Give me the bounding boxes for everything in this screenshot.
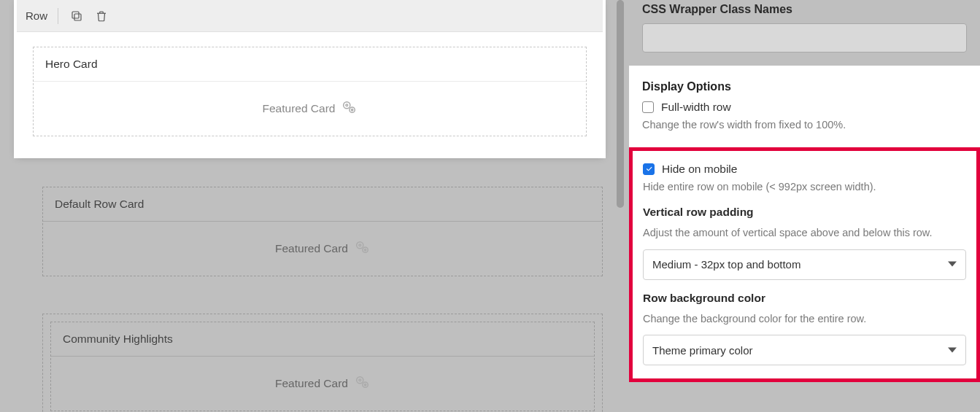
display-options-label: Display Options <box>642 80 967 93</box>
hide-mobile-help: Hide entire row on mobile (< 992px scree… <box>643 180 966 195</box>
css-wrapper-label: CSS Wrapper Class Names <box>642 3 967 16</box>
card-title: Community Highlights <box>51 322 594 357</box>
card-slot[interactable]: Featured Card <box>43 222 602 276</box>
checkbox-checked-icon[interactable] <box>643 163 655 175</box>
row-community-inner: Community Highlights Featured Card <box>50 322 595 411</box>
caret-down-icon <box>948 344 957 357</box>
bg-color-block: Row background color Change the backgrou… <box>643 292 966 366</box>
bg-color-label: Row background color <box>643 292 966 305</box>
svg-point-13 <box>364 384 366 386</box>
card-slot[interactable]: Featured Card <box>51 357 594 411</box>
vertical-padding-value: Medium - 32px top and bottom <box>652 258 800 271</box>
card-title: Default Row Card <box>43 187 602 222</box>
svg-point-8 <box>363 247 368 252</box>
slot-label: Featured Card <box>263 102 336 115</box>
row-selected[interactable]: Row Hero Card Featured Card <box>17 0 603 155</box>
card-slot[interactable]: Featured Card <box>34 82 586 136</box>
svg-point-9 <box>364 249 366 251</box>
vertical-padding-block: Vertical row padding Adjust the amount o… <box>643 206 966 280</box>
full-width-option[interactable]: Full-width row <box>642 101 967 114</box>
svg-point-6 <box>357 242 363 249</box>
hide-mobile-option[interactable]: Hide on mobile <box>643 163 966 176</box>
vertical-padding-help: Adjust the amount of vertical space abov… <box>643 226 966 241</box>
hide-mobile-label: Hide on mobile <box>662 163 737 176</box>
card-title: Hero Card <box>34 47 586 82</box>
gears-icon <box>341 99 357 118</box>
slot-label: Featured Card <box>275 242 348 255</box>
svg-point-4 <box>350 107 355 112</box>
row-body: Hero Card Featured Card <box>17 32 603 155</box>
bg-color-value: Theme primary color <box>652 344 753 357</box>
svg-point-11 <box>359 379 361 381</box>
row-type-label: Row <box>26 9 47 22</box>
full-width-label: Full-width row <box>661 101 731 114</box>
checkbox-unchecked-icon[interactable] <box>642 101 654 113</box>
caret-down-icon <box>948 258 957 271</box>
row-default[interactable]: Default Row Card Featured Card <box>42 187 603 276</box>
slot-label: Featured Card <box>275 377 348 390</box>
copy-icon[interactable] <box>69 8 85 24</box>
vertical-padding-select[interactable]: Medium - 32px top and bottom <box>643 249 966 280</box>
bg-color-select[interactable]: Theme primary color <box>643 335 966 365</box>
highlighted-settings: Hide on mobile Hide entire row on mobile… <box>629 147 980 383</box>
svg-point-3 <box>346 104 348 106</box>
scrollbar-track[interactable] <box>617 0 624 412</box>
svg-point-12 <box>363 382 368 387</box>
svg-point-10 <box>357 377 363 384</box>
layout-canvas: Row Hero Card Featured Card Defau <box>0 0 620 412</box>
vertical-padding-label: Vertical row padding <box>643 206 966 219</box>
row-community-outer[interactable]: Community Highlights Featured Card <box>42 314 603 412</box>
gears-icon <box>354 374 370 393</box>
card-hero[interactable]: Hero Card Featured Card <box>33 47 587 136</box>
settings-panel: CSS Wrapper Class Names Display Options … <box>629 0 980 412</box>
svg-rect-0 <box>74 14 81 20</box>
svg-rect-1 <box>72 12 79 18</box>
scrollbar-thumb[interactable] <box>617 0 624 208</box>
svg-point-5 <box>352 109 353 111</box>
svg-point-7 <box>359 244 361 246</box>
divider <box>58 8 58 24</box>
full-width-help: Change the row's width from fixed to 100… <box>642 118 967 133</box>
section-css-wrapper: CSS Wrapper Class Names <box>629 3 980 66</box>
section-display-options: Display Options Full-width row Change th… <box>629 66 980 147</box>
trash-icon[interactable] <box>93 8 109 24</box>
svg-point-2 <box>344 102 350 109</box>
row-header: Row <box>17 0 603 32</box>
css-wrapper-input[interactable] <box>642 23 967 53</box>
gears-icon <box>354 239 370 258</box>
bg-color-help: Change the background color for the enti… <box>643 312 966 327</box>
